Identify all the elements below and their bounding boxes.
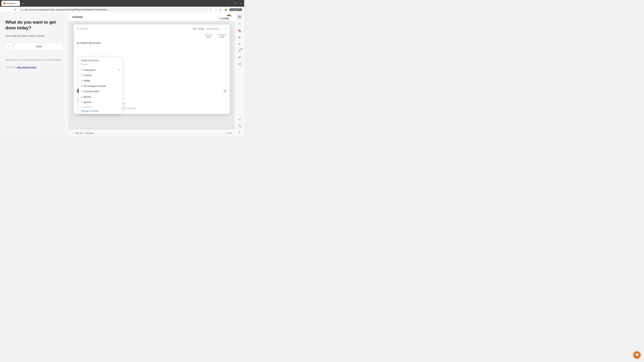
sidebar-grid-icon[interactable]: ⠿	[237, 21, 243, 27]
calendar-title: Calendar	[72, 15, 83, 18]
sidebar-calendar-icon[interactable]: 📅	[237, 14, 243, 20]
url-text: app.sunsama.com/group/moodjoy_workspace/…	[24, 8, 107, 11]
back-nav-btn[interactable]: ←	[2, 8, 6, 11]
tab-close-btn[interactable]: ×	[17, 2, 18, 4]
restore-btn[interactable]: ❐	[232, 2, 238, 5]
item-hash-icon: #	[81, 79, 82, 82]
tab-title: Sunsama	[7, 2, 15, 4]
item-hash-icon: #	[81, 90, 82, 93]
close-panel-button[interactable]: × CLOSE	[217, 16, 232, 21]
dropdown-item[interactable]: # Our designers channel	[79, 83, 122, 89]
right-sidebar: 📅 ⠿ 🔖 M ↻ N ⚙ 🗃 📈 🔍 +	[235, 13, 244, 137]
browser-titlebar: S Sunsama × + — ❐ ×	[0, 0, 244, 7]
center-panel: Calendar MA × CLOSE # channel Due: Today…	[69, 13, 235, 137]
hint-text: What are the most high-impact things you…	[5, 58, 62, 61]
manage-channels-link[interactable]: Manage channels	[81, 110, 98, 112]
bookmark-star-btn[interactable]: ☆	[214, 8, 218, 11]
task-modal-header: # channel Due: Today Add subtasks ··· ×	[74, 24, 230, 32]
task-meta-right: Due: Today Add subtasks ··· ×	[193, 27, 227, 30]
actual-stat: ACTUAL 0:10	[204, 34, 212, 38]
item-name: Channel	[84, 74, 92, 77]
dropdown-footer: Manage channels	[79, 107, 122, 114]
calendar-event-dot: ✓	[72, 132, 74, 134]
dropdown-item[interactable]: # general	[79, 105, 122, 107]
lock-icon: 🔒	[21, 8, 24, 11]
back-button[interactable]: ←	[5, 43, 13, 50]
sidebar-add-btn[interactable]: +	[237, 129, 243, 135]
channel-hash-icon: #	[77, 27, 78, 30]
active-tab[interactable]: S Sunsama ×	[1, 1, 20, 6]
planning-subtitle: Add a task you want to work on today.	[5, 34, 64, 38]
dropdown-search[interactable]	[79, 63, 122, 67]
calendar-header: Calendar MA	[69, 13, 235, 21]
new-tab-btn[interactable]: +	[21, 1, 25, 6]
item-name: Middle	[84, 79, 90, 82]
item-hash-icon: #	[81, 95, 82, 98]
channel-dropdown: Assign to channel: # Unassigned ✓ # Chan…	[79, 57, 122, 114]
sidebar-settings-icon[interactable]: ⚙	[237, 54, 243, 60]
left-panel: What do you want to get done today? Add …	[0, 13, 69, 137]
planned-label: PLANNED	[218, 34, 227, 36]
sidebar-gmail-icon[interactable]: M	[237, 34, 243, 40]
channel-search-input[interactable]	[81, 63, 120, 66]
item-name: general	[84, 95, 91, 98]
sidebar-archive-icon[interactable]: 🗃	[237, 61, 243, 67]
extensions-btn[interactable]: 🧩	[224, 8, 228, 11]
calendar-strip: ✓ Dec 20 # #Sunsam... 11 AM	[69, 129, 235, 137]
dropdown-item[interactable]: # general	[79, 99, 122, 105]
sidebar-notion-icon[interactable]: N	[237, 48, 243, 54]
close-panel-label: CLOSE	[221, 17, 229, 20]
close-btn[interactable]: ×	[239, 2, 243, 5]
dropdown-item[interactable]: # Channel	[79, 72, 122, 78]
reload-btn[interactable]: ↻	[14, 8, 18, 11]
planned-stat: PLANNED 0:10	[218, 34, 227, 38]
main-layout: What do you want to get done today? Add …	[0, 13, 244, 137]
planned-value: 0:10	[218, 36, 227, 38]
daily-planning-guide-link[interactable]: daily planning guide	[17, 66, 36, 68]
item-hash-icon: #	[81, 101, 82, 103]
address-actions: ☆ ⬇ 🧩 Incognito (2)	[214, 8, 242, 11]
actual-value: 0:10	[204, 36, 212, 38]
dropdown-label: Assign to channel:	[79, 57, 122, 63]
task-message: ay, thanks! @everyone	[77, 41, 227, 44]
notification-dot	[241, 48, 242, 49]
more-options-btn[interactable]: ···	[221, 27, 223, 30]
add-subtasks-btn[interactable]: Add subtasks	[206, 27, 219, 30]
calendar-event-channel: #	[83, 132, 84, 134]
daily-guide-hint: Consult the daily planning guide	[5, 66, 64, 68]
download-btn[interactable]: ⬇	[219, 8, 222, 11]
sidebar-chart-icon[interactable]: 📈	[237, 116, 243, 122]
item-hash-icon: #	[81, 85, 82, 87]
item-name: general	[84, 101, 91, 103]
calendar-event-date: Dec 20	[76, 132, 82, 134]
item-name: Our designers channel	[84, 85, 106, 87]
sidebar-bookmark-icon[interactable]: 🔖	[237, 27, 243, 33]
close-panel-icon: ×	[219, 17, 220, 20]
attach-button[interactable]: 📎	[224, 89, 227, 93]
dropdown-item[interactable]: # Unassigned ✓	[79, 67, 122, 72]
minimize-btn[interactable]: —	[226, 2, 231, 5]
sidebar-refresh-icon[interactable]: ↻	[237, 41, 243, 47]
actual-label: ACTUAL	[204, 34, 212, 36]
address-bar: ← → ↻ 🔒 app.sunsama.com/group/moodjoy_wo…	[0, 7, 244, 13]
forward-nav-btn[interactable]: →	[8, 8, 12, 11]
task-content-area: ay, thanks! @everyone	[74, 39, 230, 50]
incognito-badge: Incognito (2)	[229, 8, 242, 11]
url-bar[interactable]: 🔒 app.sunsama.com/group/moodjoy_workspac…	[19, 8, 213, 11]
sidebar-search-icon[interactable]: 🔍	[237, 123, 243, 129]
dropdown-item[interactable]: # general	[79, 94, 122, 99]
tab-favicon: S	[3, 2, 6, 4]
dropdown-item[interactable]: # Middle	[79, 78, 122, 83]
close-task-btn[interactable]: ×	[225, 27, 227, 30]
item-hash-icon: #	[81, 68, 82, 71]
item-hash-icon: #	[81, 74, 82, 77]
item-name: general	[84, 106, 91, 108]
due-date[interactable]: Due: Today	[193, 27, 204, 30]
planning-hint: What are the most high-impact things you…	[5, 58, 64, 61]
channel-name[interactable]: channel	[80, 27, 88, 30]
nav-buttons: ← Next	[5, 43, 64, 50]
item-name: Unassigned	[84, 69, 96, 71]
next-button[interactable]: Next	[14, 43, 64, 50]
dropdown-item[interactable]: # Sunsama Tasks	[79, 89, 122, 94]
browser-tabs: S Sunsama × +	[1, 1, 25, 6]
